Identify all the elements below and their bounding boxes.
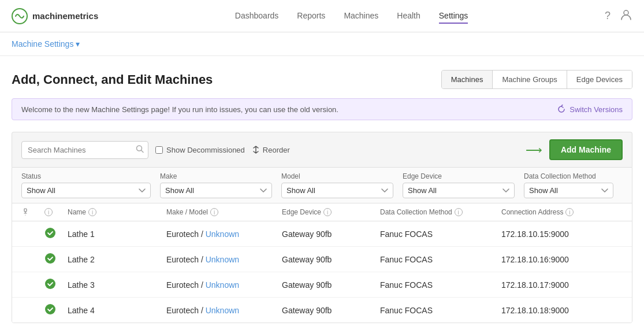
filter-edge-device-label: Edge Device: [403, 172, 515, 180]
nav-links: Dashboards Reports Machines Health Setti…: [235, 9, 468, 24]
filter-data-collection-select[interactable]: Show All: [524, 183, 613, 198]
nav-settings[interactable]: Settings: [439, 9, 468, 24]
filter-make: Make Show All: [160, 172, 281, 198]
user-icon[interactable]: [620, 8, 632, 24]
model-link[interactable]: Unknown: [206, 229, 239, 239]
row-status-icon: [44, 253, 68, 266]
row-edge-device: Gateway 90fb: [282, 280, 380, 290]
col-header-connection: Connection Address i: [501, 208, 623, 216]
col-data-collection-label: Data Collection Method: [380, 208, 452, 216]
page-title: Add, Connect, and Edit Machines: [12, 72, 213, 87]
breadcrumb-link[interactable]: Machine Settings ▾: [12, 39, 80, 49]
nav-health[interactable]: Health: [397, 9, 420, 24]
row-edge-device: Gateway 90fb: [282, 255, 380, 264]
table-wrap: Status Show All Make Show All Model Show…: [12, 167, 632, 323]
name-info-icon[interactable]: i: [88, 208, 96, 216]
reorder-button[interactable]: Reorder: [252, 146, 290, 154]
col-header-plug: [21, 208, 44, 216]
filter-edge-device: Edge Device Show All: [403, 172, 524, 198]
col-header-edge-device: Edge Device i: [282, 208, 380, 216]
table-row: Lathe 2 Eurotech / Unknown Gateway 90fb …: [12, 247, 632, 272]
make-model-info-icon[interactable]: i: [210, 208, 218, 216]
row-status-icon: [44, 227, 68, 240]
col-header-name: Name i: [68, 208, 166, 216]
edge-device-info-icon[interactable]: i: [323, 208, 332, 216]
table-body: Lathe 1 Eurotech / Unknown Gateway 90fb …: [12, 221, 632, 323]
row-name: Lathe 4: [68, 306, 166, 315]
nav-machines[interactable]: Machines: [344, 9, 378, 24]
row-data-method: Fanuc FOCAS: [380, 255, 501, 264]
search-input[interactable]: [21, 141, 148, 159]
nav-dashboards[interactable]: Dashboards: [235, 9, 279, 24]
filter-make-select[interactable]: Show All: [160, 183, 272, 198]
breadcrumb-arrow-icon: ▾: [76, 39, 80, 49]
row-status-icon: [44, 278, 68, 291]
row-connection: 172.18.10.15:9000: [501, 229, 623, 239]
row-name: Lathe 1: [68, 229, 166, 239]
connection-info-icon[interactable]: i: [565, 208, 574, 216]
tab-machine-groups[interactable]: Machine Groups: [493, 71, 567, 88]
reorder-icon: [252, 146, 260, 154]
tab-edge-devices[interactable]: Edge Devices: [567, 71, 632, 88]
col-header-status-info: i: [44, 208, 68, 216]
row-edge-device: Gateway 90fb: [282, 229, 380, 239]
svg-line-3: [142, 150, 144, 153]
model-link[interactable]: Unknown: [206, 255, 239, 264]
nav-icons: ?: [605, 8, 632, 24]
model-link[interactable]: Unknown: [206, 280, 239, 290]
filter-status: Status Show All: [21, 172, 160, 198]
status-info-icon[interactable]: i: [44, 208, 53, 216]
col-make-model-label: Make / Model: [166, 208, 208, 216]
filter-status-label: Status: [21, 172, 151, 180]
svg-point-6: [45, 253, 55, 264]
add-machine-button[interactable]: Add Machine: [549, 139, 623, 160]
nav-reports[interactable]: Reports: [297, 9, 325, 24]
switch-versions-button[interactable]: Switch Versions: [557, 105, 623, 114]
banner-message: Welcome to the new Machine Settings page…: [21, 105, 338, 114]
reorder-label: Reorder: [263, 146, 290, 154]
row-connection: 172.18.10.16:9000: [501, 255, 623, 264]
row-edge-device: Gateway 90fb: [282, 306, 380, 315]
filter-edge-device-select[interactable]: Show All: [403, 183, 515, 198]
show-decommissioned-label: Show Decommissioned: [166, 146, 245, 154]
top-nav: machinemetrics Dashboards Reports Machin…: [0, 0, 644, 32]
show-decommissioned-checkbox-label[interactable]: Show Decommissioned: [155, 146, 245, 154]
filter-status-select[interactable]: Show All: [21, 183, 151, 198]
col-header-data-collection: Data Collection Method i: [380, 208, 501, 216]
col-edge-device-label: Edge Device: [282, 208, 321, 216]
filter-model-label: Model: [281, 172, 393, 180]
svg-rect-4: [24, 209, 27, 212]
row-data-method: Fanuc FOCAS: [380, 229, 501, 239]
row-make-model: Eurotech / Unknown: [166, 306, 282, 315]
row-status-icon: [44, 303, 68, 317]
tab-group: Machines Machine Groups Edge Devices: [441, 70, 632, 89]
refresh-icon: [557, 105, 566, 114]
row-make-model: Eurotech / Unknown: [166, 280, 282, 290]
model-link[interactable]: Unknown: [206, 306, 239, 315]
col-header-make-model: Make / Model i: [166, 208, 282, 216]
table-row: Lathe 3 Eurotech / Unknown Gateway 90fb …: [12, 272, 632, 298]
filter-model: Model Show All: [281, 172, 403, 198]
column-headers: i Name i Make / Model i Edge Device i Da…: [12, 203, 632, 221]
tab-machines[interactable]: Machines: [442, 71, 493, 88]
breadcrumb-bar: Machine Settings ▾: [0, 32, 644, 56]
data-collection-info-icon[interactable]: i: [455, 208, 463, 216]
info-banner: Welcome to the new Machine Settings page…: [12, 98, 632, 120]
switch-versions-label: Switch Versions: [569, 105, 623, 114]
search-icon: [136, 145, 144, 155]
table-row: Lathe 4 Eurotech / Unknown Gateway 90fb …: [12, 298, 632, 323]
filter-model-select[interactable]: Show All: [281, 183, 393, 198]
svg-point-8: [45, 304, 55, 314]
svg-point-1: [624, 10, 628, 15]
toolbar: Show Decommissioned Reorder ⟶ Add Machin…: [12, 132, 632, 167]
arrow-right-icon: ⟶: [526, 143, 542, 157]
page-content: Add, Connect, and Edit Machines Machines…: [0, 56, 644, 326]
help-icon[interactable]: ?: [605, 10, 611, 22]
show-decommissioned-checkbox[interactable]: [155, 146, 163, 154]
svg-point-7: [45, 279, 55, 289]
row-make-model: Eurotech / Unknown: [166, 255, 282, 264]
row-name: Lathe 3: [68, 280, 166, 290]
row-data-method: Fanuc FOCAS: [380, 280, 501, 290]
col-name-label: Name: [68, 208, 86, 216]
filter-row: Status Show All Make Show All Model Show…: [12, 168, 632, 203]
